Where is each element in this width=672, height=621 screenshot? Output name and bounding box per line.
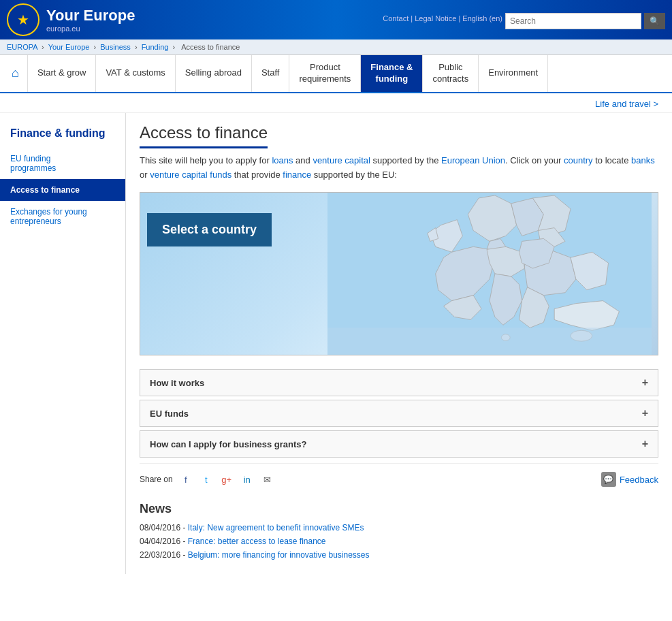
- twitter-icon[interactable]: t: [199, 472, 214, 487]
- sidebar: Finance & funding EU fundingprogrammes A…: [0, 113, 126, 575]
- europa-label: europa.eu: [46, 25, 135, 33]
- news-date-1: 08/04/2016: [140, 523, 180, 532]
- share-left: Share on f t g+ in ✉: [140, 472, 275, 487]
- breadcrumb-europa[interactable]: EUROPA: [7, 43, 37, 51]
- sidebar-item-eu-funding[interactable]: EU fundingprogrammes: [0, 148, 125, 179]
- feedback-label: Feedback: [620, 475, 658, 485]
- nav-finance-funding[interactable]: Finance &funding: [361, 55, 423, 92]
- news-item-2: 04/04/2016 - France: better access to le…: [140, 537, 658, 546]
- accordion-section: How it works + EU funds + How can I appl…: [140, 369, 658, 458]
- nav-vat-customs[interactable]: VAT & customs: [96, 55, 175, 92]
- map-svg-area: [321, 193, 658, 355]
- site-branding: Your Europe europa.eu: [46, 7, 135, 33]
- news-item-3: 22/03/2016 - Belgium: more financing for…: [140, 550, 658, 560]
- breadcrumb-business[interactable]: Business: [100, 43, 131, 51]
- search-input[interactable]: [505, 13, 641, 29]
- eu-logo: ★: [7, 3, 39, 36]
- news-date-3: 22/03/2016: [140, 550, 180, 560]
- life-travel-arrow: >: [653, 99, 658, 109]
- home-icon[interactable]: ⌂: [3, 55, 28, 92]
- map-select-country-label[interactable]: Select a country: [147, 213, 272, 246]
- top-links: Contact | Legal Notice | English (en): [383, 14, 502, 22]
- breadcrumb: EUROPA › Your Europe › Business › Fundin…: [0, 39, 672, 55]
- accordion-header-eu-funds[interactable]: EU funds +: [140, 400, 658, 426]
- breadcrumb-your-europe[interactable]: Your Europe: [48, 43, 90, 51]
- nav-public-contracts[interactable]: Publiccontracts: [423, 55, 479, 92]
- accordion-label-how-it-works: How it works: [150, 378, 204, 388]
- intro-text: This site will help you to apply for loa…: [140, 154, 658, 182]
- news-link-2[interactable]: France: better access to lease finance: [188, 537, 326, 546]
- site-title: Your Europe: [46, 7, 135, 25]
- feedback-button[interactable]: 💬 Feedback: [601, 472, 658, 487]
- sidebar-title: Finance & funding: [0, 120, 125, 148]
- search-button[interactable]: 🔍: [644, 13, 665, 29]
- news-title: News: [140, 502, 658, 516]
- accordion-plus-eu-funds: +: [642, 407, 648, 419]
- share-on-label: Share on: [140, 475, 173, 484]
- accordion-business-grants: How can I apply for business grants? +: [140, 430, 658, 458]
- accordion-header-how-it-works[interactable]: How it works +: [140, 370, 658, 396]
- content-wrapper: Finance & funding EU fundingprogrammes A…: [0, 113, 672, 575]
- breadcrumb-current: Access to finance: [181, 43, 240, 51]
- linkedin-icon[interactable]: in: [240, 472, 255, 487]
- map-container[interactable]: Select a country: [140, 192, 658, 355]
- google-plus-icon[interactable]: g+: [219, 472, 234, 487]
- feedback-icon: 💬: [601, 472, 616, 487]
- accordion-label-eu-funds: EU funds: [150, 409, 189, 419]
- page-title: Access to finance: [140, 123, 268, 148]
- nav-product-requirements[interactable]: Productrequirements: [289, 55, 361, 92]
- main-nav: ⌂ Start & grow VAT & customs Selling abr…: [0, 55, 672, 93]
- share-bar: Share on f t g+ in ✉ 💬 Feedback: [140, 463, 658, 495]
- accordion-plus-business-grants: +: [642, 438, 648, 450]
- accordion-eu-funds: EU funds +: [140, 400, 658, 427]
- news-item-1: 08/04/2016 - Italy: New agreement to ben…: [140, 523, 658, 532]
- email-icon[interactable]: ✉: [260, 472, 275, 487]
- nav-staff[interactable]: Staff: [252, 55, 290, 92]
- life-travel-label: Life and travel: [595, 99, 651, 109]
- nav-start-grow[interactable]: Start & grow: [28, 55, 97, 92]
- sidebar-item-access-finance[interactable]: Access to finance: [0, 179, 125, 201]
- sidebar-item-exchanges[interactable]: Exchanges for youngentrepreneurs: [0, 201, 125, 232]
- nav-selling-abroad[interactable]: Selling abroad: [176, 55, 252, 92]
- accordion-plus-how-it-works: +: [642, 377, 648, 389]
- news-link-1[interactable]: Italy: New agreement to benefit innovati…: [188, 523, 364, 532]
- news-section: News 08/04/2016 - Italy: New agreement t…: [140, 502, 658, 560]
- top-bar-left: ★ Your Europe europa.eu: [7, 3, 135, 36]
- accordion-header-business-grants[interactable]: How can I apply for business grants? +: [140, 431, 658, 457]
- top-bar: ★ Your Europe europa.eu Contact | Legal …: [0, 0, 672, 39]
- accordion-how-it-works: How it works +: [140, 369, 658, 396]
- top-bar-right: Contact | Legal Notice | English (en) 🔍: [383, 10, 665, 29]
- news-date-2: 04/04/2016: [140, 537, 180, 546]
- main-content: Access to finance This site will help yo…: [126, 113, 672, 575]
- breadcrumb-funding[interactable]: Funding: [142, 43, 169, 51]
- svg-rect-20: [327, 328, 652, 355]
- nav-environment[interactable]: Environment: [479, 55, 548, 92]
- accordion-label-business-grants: How can I apply for business grants?: [150, 439, 306, 449]
- facebook-icon[interactable]: f: [178, 472, 193, 487]
- life-travel-link[interactable]: Life and travel >: [595, 99, 658, 109]
- news-link-3[interactable]: Belgium: more financing for innovative b…: [188, 550, 370, 560]
- life-travel-bar: Life and travel >: [0, 93, 672, 113]
